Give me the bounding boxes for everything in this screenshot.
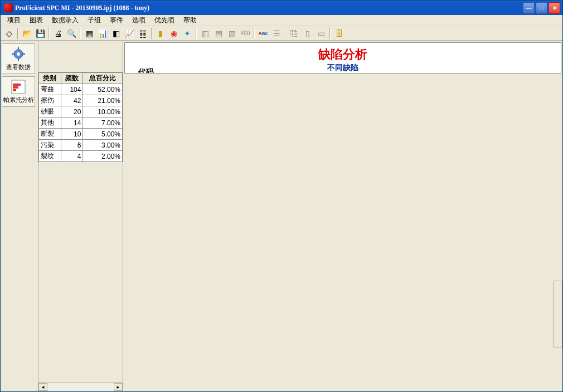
close-button[interactable]: ✕	[549, 2, 560, 14]
menu-project[interactable]: 项目	[3, 14, 25, 26]
grid-icon[interactable]: ▦	[83, 27, 95, 40]
chart-container: 缺陷分析 不同缺陷 代码 0.0010.0020.0030.0040.0050.…	[123, 41, 562, 391]
app-icon	[4, 3, 13, 12]
vertical-scrollbar[interactable]	[554, 281, 562, 347]
table-row[interactable]: 弯曲10452.00%	[39, 84, 123, 95]
col-percent[interactable]: 总百分比	[83, 73, 123, 84]
svg-rect-9	[13, 89, 16, 91]
db-icon[interactable]: 🗄	[333, 27, 345, 40]
menu-chart[interactable]: 图表	[25, 14, 47, 26]
cell-frequency: 14	[61, 117, 83, 129]
copy-icon[interactable]: ⿻	[288, 27, 300, 40]
traffic-light-icon[interactable]: ▮	[154, 27, 167, 40]
scroll-right-icon[interactable]: ►	[114, 383, 123, 391]
cell-percent: 2.00%	[83, 151, 123, 162]
maximize-button[interactable]: □	[536, 2, 547, 14]
col-frequency[interactable]: 频数	[61, 73, 83, 84]
cell-category: 其他	[39, 117, 61, 129]
window-title: ProFicient SPC MI - 20130905.ipj (1088 -…	[15, 4, 523, 12]
save-icon[interactable]: 💾	[34, 27, 46, 40]
svg-point-1	[17, 52, 20, 56]
target-icon[interactable]: ◉	[168, 27, 180, 40]
cell-frequency: 104	[61, 84, 83, 95]
pareto-label: 帕累托分析	[3, 96, 34, 103]
histogram-icon[interactable]: ◧	[110, 27, 122, 40]
table-row[interactable]: 裂纹42.00%	[39, 151, 123, 162]
preview-icon[interactable]: 🔍	[65, 27, 77, 40]
table-row[interactable]: 其他147.00%	[39, 117, 123, 129]
window-icon[interactable]: ▭	[315, 27, 327, 40]
data-table: 类别 频数 总百分比 弯曲10452.00%擦伤4221.00%砂眼2010.0…	[38, 72, 123, 162]
chart-y-axis-label: 代码	[138, 67, 154, 74]
cell-frequency: 20	[61, 106, 83, 117]
menu-options[interactable]: 选项	[128, 14, 150, 26]
layout3-icon[interactable]: ▧	[226, 27, 238, 40]
chart-pane: 缺陷分析 不同缺陷 代码 0.0010.0020.0030.0040.0050.…	[124, 42, 561, 74]
cell-category: 砂眼	[39, 106, 61, 117]
cell-percent: 5.00%	[83, 129, 123, 140]
window-controls: — □ ✕	[523, 2, 560, 14]
cell-category: 污染	[39, 140, 61, 151]
layout2-icon[interactable]: ▤	[212, 27, 225, 40]
minimize-button[interactable]: —	[523, 2, 535, 14]
menu-events[interactable]: 事件	[105, 14, 128, 26]
cell-category: 擦伤	[39, 95, 61, 106]
cell-percent: 21.00%	[83, 95, 123, 106]
chart-subtitle: 不同缺陷	[125, 63, 561, 73]
open-icon[interactable]: 📂	[21, 27, 33, 40]
print-icon[interactable]: 🖨	[52, 27, 64, 40]
cell-percent: 52.00%	[83, 84, 123, 95]
client-area: 查看数据 帕累托分析 类别 频数 总百分比 弯曲10452.00%	[1, 41, 562, 391]
sparkle-icon[interactable]: ✦	[181, 27, 193, 40]
pareto-icon	[11, 79, 26, 95]
scroll-left-icon[interactable]: ◄	[38, 383, 47, 391]
horizontal-scrollbar[interactable]: ◄ ►	[38, 383, 123, 391]
cell-frequency: 42	[61, 95, 83, 106]
gear-icon	[11, 46, 26, 62]
separator	[329, 28, 331, 39]
col-category[interactable]: 类别	[39, 73, 61, 84]
cell-percent: 3.00%	[83, 140, 123, 151]
list-icon[interactable]: ☰	[270, 27, 283, 40]
menu-priority[interactable]: 优先项	[150, 14, 179, 26]
separator	[80, 28, 81, 39]
pareto-button[interactable]: 帕累托分析	[2, 76, 35, 107]
chart-title: 缺陷分析	[125, 46, 561, 63]
table-row[interactable]: 断裂105.00%	[39, 129, 123, 140]
pane-fill	[38, 162, 123, 383]
cell-frequency: 10	[61, 129, 83, 140]
hash-icon[interactable]: #00	[239, 27, 251, 40]
table-row[interactable]: 擦伤4221.00%	[39, 95, 123, 106]
menu-dataentry[interactable]: 数据录入	[47, 14, 83, 26]
menu-help[interactable]: 帮助	[179, 14, 201, 26]
back-icon[interactable]: ◇	[3, 27, 15, 40]
scroll-track[interactable]	[47, 383, 114, 391]
svg-rect-8	[13, 86, 18, 89]
table-row[interactable]: 砂眼2010.00%	[39, 106, 123, 117]
titlebar: ProFicient SPC MI - 20130905.ipj (1088 -…	[1, 1, 562, 15]
cell-category: 裂纹	[39, 151, 61, 162]
doc-icon[interactable]: ▯	[302, 27, 314, 40]
svg-rect-7	[13, 84, 21, 86]
menubar: 项目 图表 数据录入 子组 事件 选项 优先项 帮助	[1, 15, 562, 26]
pane-header-gap	[38, 41, 123, 72]
abc-icon[interactable]: Aвc	[257, 27, 269, 40]
separator	[17, 28, 18, 39]
app-window: ProFicient SPC MI - 20130905.ipj (1088 -…	[0, 0, 563, 392]
run-chart-icon[interactable]: 📈	[123, 27, 135, 40]
view-data-label: 查看数据	[6, 63, 31, 70]
cell-percent: 10.00%	[83, 106, 123, 117]
bar-chart-icon[interactable]: ䷁	[137, 27, 149, 40]
layout1-icon[interactable]: ▥	[199, 27, 211, 40]
menu-subgroup[interactable]: 子组	[83, 14, 105, 26]
separator	[285, 28, 286, 39]
cell-percent: 7.00%	[83, 117, 123, 129]
view-data-button[interactable]: 查看数据	[2, 43, 35, 74]
data-pane: 类别 频数 总百分比 弯曲10452.00%擦伤4221.00%砂眼2010.0…	[38, 41, 123, 391]
control-chart-icon[interactable]: 📊	[96, 27, 109, 40]
cell-category: 弯曲	[39, 84, 61, 95]
toolbar: ◇ 📂 💾 🖨 🔍 ▦ 📊 ◧ 📈 ䷁ ▮ ◉ ✦ ▥ ▤ ▧ #00 Aвc …	[1, 26, 562, 41]
separator	[151, 28, 152, 39]
table-row[interactable]: 污染63.00%	[39, 140, 123, 151]
separator	[48, 28, 50, 39]
